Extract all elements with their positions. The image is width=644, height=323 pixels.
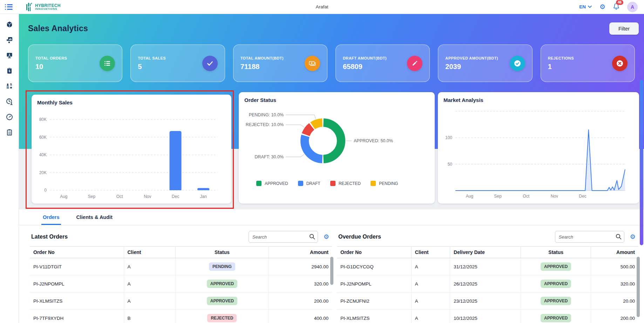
legend-label: REJECTED xyxy=(339,181,361,186)
sidebar-item-clipboard-list[interactable] xyxy=(5,129,14,136)
column-header-order-no[interactable]: Order No xyxy=(30,247,124,258)
sidebar-item-compass-pen[interactable] xyxy=(5,114,14,121)
brand-logo[interactable]: HYBRITECH INNOVATIONS xyxy=(26,2,61,12)
clipboard-dollar-icon: $ xyxy=(6,67,13,74)
market-analysis-card: Market Analysis 50100AugSepOctNovDec xyxy=(438,92,639,204)
avatar[interactable]: A xyxy=(627,2,638,12)
svg-text:Oct: Oct xyxy=(116,194,123,199)
latest-orders-search xyxy=(249,231,318,243)
column-header-delivery-date[interactable]: Delivery Date xyxy=(450,247,521,258)
svg-text:$: $ xyxy=(8,69,10,73)
kpi-value: 71188 xyxy=(240,63,284,71)
highlight-annotation-box: Monthly Sales 020K40K60K80KAugSepOctNovD… xyxy=(26,90,234,209)
order-status-donut-chart[interactable]: APPROVED: 50.0%DRAFT: 30.0%REJECTED: 10.… xyxy=(239,104,423,181)
cell-client: A xyxy=(411,275,450,293)
latest-orders-title: Latest Orders xyxy=(31,234,68,240)
notifications-bell[interactable]: 46 xyxy=(613,3,619,11)
table-row[interactable]: PI-7TF9XYDHBREJECTED400.00 xyxy=(30,310,332,323)
column-header-order-no[interactable]: Order No xyxy=(337,247,411,258)
svg-text:40K: 40K xyxy=(39,152,47,157)
table-row[interactable]: PI-XLMSITZSAAPPROVED200.00 xyxy=(30,293,332,310)
legend-label: PENDING xyxy=(379,181,398,186)
main-content: Sales Analytics Filter TOTAL ORDERS10TOT… xyxy=(19,14,644,323)
page-scrollbar-thumb[interactable] xyxy=(640,80,643,245)
table-settings-gear-icon[interactable]: ⚙ xyxy=(324,234,329,240)
vertical-scrollbar-thumb[interactable] xyxy=(330,257,333,285)
settings-gear-icon[interactable]: ⚙ xyxy=(599,4,605,10)
menu-icon[interactable] xyxy=(5,4,13,10)
x-badge-icon xyxy=(612,56,628,71)
column-header-client[interactable]: Client xyxy=(411,247,450,258)
kpi-value: 2039 xyxy=(445,63,498,71)
chevron-down-icon xyxy=(588,6,592,8)
kpi-label: DRAFT AMOUNT(BDT) xyxy=(343,56,387,60)
tab-clients-audit[interactable]: Clients & Audit xyxy=(75,209,114,225)
status-badge: APPROVED xyxy=(207,280,237,288)
table-row[interactable]: PI-ZCMJFNI2A23/12/2025APPROVED20.00 xyxy=(337,293,638,310)
monthly-sales-card: Monthly Sales 020K40K60K80KAugSepOctNovD… xyxy=(32,95,231,204)
legend-swatch xyxy=(330,181,335,186)
table-settings-gear-icon[interactable]: ⚙ xyxy=(630,234,636,240)
legend-item-rejected: REJECTED xyxy=(330,181,361,186)
sidebar-item-time-user[interactable] xyxy=(5,98,14,105)
user-name-label: Arafat xyxy=(0,4,644,9)
status-badge: APPROVED xyxy=(541,262,571,271)
page-scrollbar[interactable] xyxy=(639,14,644,323)
cell-amount: 20.00 xyxy=(591,293,638,310)
market-analysis-line-chart[interactable]: 50100AugSepOctNovDec xyxy=(438,104,628,200)
cell-status: PENDING xyxy=(175,258,269,275)
legend-swatch xyxy=(298,181,303,186)
table-row[interactable]: PI-G1DCYCGQA31/12/2025APPROVED500.00 xyxy=(337,258,638,275)
banknote-icon xyxy=(305,56,320,71)
search-input[interactable] xyxy=(555,231,624,243)
table-row[interactable]: PI-XLMSITZSA10/12/2025APPROVED200.00 xyxy=(337,310,638,323)
legend-item-draft: DRAFT xyxy=(298,181,320,186)
cell-order-no: PI-7TF9XYDH xyxy=(30,310,124,323)
overdue-orders-search xyxy=(555,231,624,243)
status-badge: APPROVED xyxy=(207,297,237,305)
column-header-status[interactable]: Status xyxy=(521,247,591,258)
svg-text:Jan: Jan xyxy=(200,194,206,199)
search-input[interactable] xyxy=(249,231,318,243)
language-selector[interactable]: EN xyxy=(579,4,592,9)
table-row[interactable]: PI-V11DTGITAPENDING2940.00 xyxy=(30,258,332,275)
cell-status: REJECTED xyxy=(175,310,269,323)
svg-text:50: 50 xyxy=(448,162,453,167)
column-header-amount[interactable]: Amount xyxy=(269,247,332,258)
svg-text:0: 0 xyxy=(44,188,47,193)
column-header-client[interactable]: Client xyxy=(124,247,175,258)
overdue-orders-title: Overdue Orders xyxy=(338,234,381,240)
cell-client: A xyxy=(411,293,450,310)
legend-label: APPROVED xyxy=(265,181,288,186)
sidebar-item-cube[interactable] xyxy=(5,21,14,28)
svg-text:60K: 60K xyxy=(39,135,47,140)
status-badge: APPROVED xyxy=(541,314,571,322)
cell-amount: 500.00 xyxy=(591,258,638,275)
pencil-icon xyxy=(407,56,422,71)
table-row[interactable]: PI-J2NPOMPLA26/12/2025APPROVED320.00 xyxy=(337,275,638,293)
kpi-value: 5 xyxy=(138,63,166,71)
cell-order-no: PI-J2NPOMPL xyxy=(30,275,124,293)
column-header-status[interactable]: Status xyxy=(175,247,269,258)
page-title: Sales Analytics xyxy=(28,24,88,33)
list-icon xyxy=(100,56,115,71)
cell-amount: 2940.00 xyxy=(269,258,332,275)
filter-button[interactable]: Filter xyxy=(609,22,639,35)
kpi-label: TOTAL SALES xyxy=(138,56,166,60)
tab-orders[interactable]: Orders xyxy=(41,209,61,225)
time-user-icon xyxy=(6,98,13,105)
monthly-sales-bar-chart[interactable]: 020K40K60K80KAugSepOctNovDecJan xyxy=(32,107,220,201)
payroll-icon: $ xyxy=(6,83,13,90)
sidebar-item-chart-board[interactable] xyxy=(5,36,14,43)
svg-text:20K: 20K xyxy=(39,170,47,175)
sidebar-item-clipboard-dollar[interactable]: $ xyxy=(5,67,14,74)
notification-count-badge: 46 xyxy=(616,0,623,5)
sidebar-item-monitor-user[interactable] xyxy=(5,52,14,59)
cell-delivery-date: 10/12/2025 xyxy=(450,310,521,323)
column-header-amount[interactable]: Amount xyxy=(591,247,638,258)
cell-amount: 320.00 xyxy=(269,275,332,293)
cell-status: APPROVED xyxy=(521,310,591,323)
table-row[interactable]: PI-J2NPOMPLAAPPROVED320.00 xyxy=(30,275,332,293)
sidebar-item-payroll[interactable]: $ xyxy=(5,83,14,90)
svg-text:Aug: Aug xyxy=(466,194,473,199)
